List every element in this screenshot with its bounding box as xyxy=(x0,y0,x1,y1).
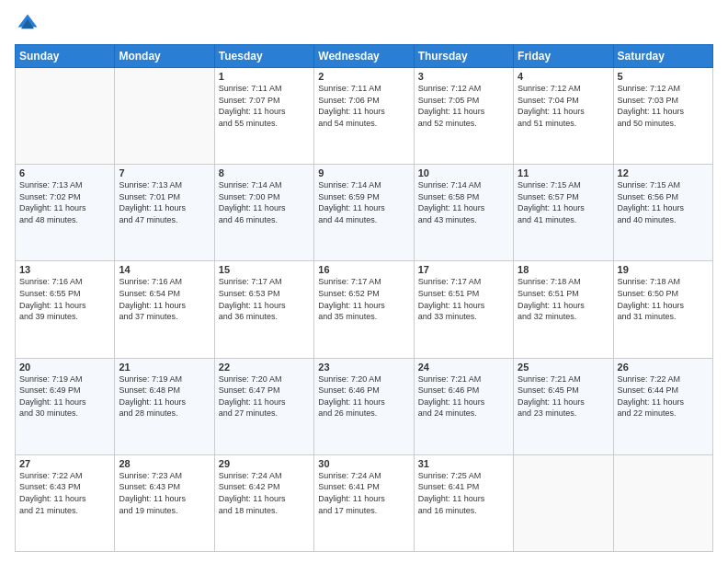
day-number: 9 xyxy=(318,167,409,178)
calendar-cell: 5Sunrise: 7:12 AMSunset: 7:03 PMDaylight… xyxy=(613,68,712,165)
day-number: 12 xyxy=(618,167,709,178)
day-number: 1 xyxy=(219,71,310,82)
calendar-cell: 19Sunrise: 7:18 AMSunset: 6:50 PMDayligh… xyxy=(613,261,712,358)
day-number: 7 xyxy=(119,167,210,178)
day-info: Sunrise: 7:13 AMSunset: 7:01 PMDaylight:… xyxy=(119,179,210,225)
calendar-cell: 28Sunrise: 7:23 AMSunset: 6:43 PMDayligh… xyxy=(115,454,214,551)
day-info: Sunrise: 7:12 AMSunset: 7:05 PMDaylight:… xyxy=(418,83,509,129)
day-number: 31 xyxy=(418,458,509,469)
day-info: Sunrise: 7:21 AMSunset: 6:46 PMDaylight:… xyxy=(418,373,509,419)
calendar-cell: 20Sunrise: 7:19 AMSunset: 6:49 PMDayligh… xyxy=(16,358,115,454)
calendar-cell: 14Sunrise: 7:16 AMSunset: 6:54 PMDayligh… xyxy=(115,261,214,358)
weekday-header-row: SundayMondayTuesdayWednesdayThursdayFrid… xyxy=(16,45,713,68)
day-info: Sunrise: 7:25 AMSunset: 6:41 PMDaylight:… xyxy=(418,470,509,516)
day-info: Sunrise: 7:23 AMSunset: 6:43 PMDaylight:… xyxy=(119,470,210,516)
calendar-cell: 4Sunrise: 7:12 AMSunset: 7:04 PMDaylight… xyxy=(514,68,613,165)
day-number: 29 xyxy=(219,458,310,469)
page: SundayMondayTuesdayWednesdayThursdayFrid… xyxy=(0,0,728,563)
day-number: 4 xyxy=(518,71,609,82)
day-info: Sunrise: 7:17 AMSunset: 6:53 PMDaylight:… xyxy=(219,276,310,322)
calendar-cell xyxy=(16,68,115,165)
day-number: 27 xyxy=(19,458,110,469)
day-info: Sunrise: 7:17 AMSunset: 6:51 PMDaylight:… xyxy=(418,276,509,322)
calendar-cell: 18Sunrise: 7:18 AMSunset: 6:51 PMDayligh… xyxy=(514,261,613,358)
calendar-cell: 22Sunrise: 7:20 AMSunset: 6:47 PMDayligh… xyxy=(214,358,313,454)
calendar-week: 27Sunrise: 7:22 AMSunset: 6:43 PMDayligh… xyxy=(16,454,713,551)
day-number: 23 xyxy=(318,362,409,373)
day-number: 5 xyxy=(618,71,709,82)
day-info: Sunrise: 7:22 AMSunset: 6:43 PMDaylight:… xyxy=(19,470,110,516)
day-info: Sunrise: 7:12 AMSunset: 7:03 PMDaylight:… xyxy=(618,83,709,129)
day-info: Sunrise: 7:18 AMSunset: 6:50 PMDaylight:… xyxy=(618,276,709,322)
day-number: 8 xyxy=(219,167,310,178)
day-info: Sunrise: 7:14 AMSunset: 6:58 PMDaylight:… xyxy=(418,179,509,225)
day-number: 19 xyxy=(618,264,709,275)
calendar-cell: 21Sunrise: 7:19 AMSunset: 6:48 PMDayligh… xyxy=(115,358,214,454)
logo xyxy=(15,11,44,37)
calendar-week: 13Sunrise: 7:16 AMSunset: 6:55 PMDayligh… xyxy=(16,261,713,358)
day-number: 13 xyxy=(19,264,110,275)
day-number: 22 xyxy=(219,362,310,373)
calendar-cell: 30Sunrise: 7:24 AMSunset: 6:41 PMDayligh… xyxy=(314,454,414,551)
day-info: Sunrise: 7:14 AMSunset: 7:00 PMDaylight:… xyxy=(219,179,310,225)
weekday-header: Sunday xyxy=(16,45,115,68)
day-number: 30 xyxy=(318,458,409,469)
calendar-cell: 23Sunrise: 7:20 AMSunset: 6:46 PMDayligh… xyxy=(314,358,414,454)
day-number: 3 xyxy=(418,71,509,82)
calendar-cell: 11Sunrise: 7:15 AMSunset: 6:57 PMDayligh… xyxy=(514,165,613,261)
calendar-cell: 16Sunrise: 7:17 AMSunset: 6:52 PMDayligh… xyxy=(314,261,414,358)
day-info: Sunrise: 7:18 AMSunset: 6:51 PMDaylight:… xyxy=(518,276,609,322)
calendar-cell: 12Sunrise: 7:15 AMSunset: 6:56 PMDayligh… xyxy=(613,165,712,261)
calendar-week: 1Sunrise: 7:11 AMSunset: 7:07 PMDaylight… xyxy=(16,68,713,165)
calendar-cell: 2Sunrise: 7:11 AMSunset: 7:06 PMDaylight… xyxy=(314,68,414,165)
calendar-cell: 10Sunrise: 7:14 AMSunset: 6:58 PMDayligh… xyxy=(414,165,513,261)
calendar-cell: 31Sunrise: 7:25 AMSunset: 6:41 PMDayligh… xyxy=(414,454,513,551)
day-number: 16 xyxy=(318,264,409,275)
calendar-week: 6Sunrise: 7:13 AMSunset: 7:02 PMDaylight… xyxy=(16,165,713,261)
day-info: Sunrise: 7:13 AMSunset: 7:02 PMDaylight:… xyxy=(19,179,110,225)
day-info: Sunrise: 7:22 AMSunset: 6:44 PMDaylight:… xyxy=(618,373,709,419)
calendar-cell: 6Sunrise: 7:13 AMSunset: 7:02 PMDaylight… xyxy=(16,165,115,261)
day-info: Sunrise: 7:24 AMSunset: 6:42 PMDaylight:… xyxy=(219,470,310,516)
weekday-header: Monday xyxy=(115,45,214,68)
calendar-cell: 13Sunrise: 7:16 AMSunset: 6:55 PMDayligh… xyxy=(16,261,115,358)
day-number: 14 xyxy=(119,264,210,275)
day-info: Sunrise: 7:24 AMSunset: 6:41 PMDaylight:… xyxy=(318,470,409,516)
calendar-cell: 3Sunrise: 7:12 AMSunset: 7:05 PMDaylight… xyxy=(414,68,513,165)
calendar-cell xyxy=(115,68,214,165)
weekday-header: Saturday xyxy=(613,45,712,68)
calendar-cell xyxy=(514,454,613,551)
day-info: Sunrise: 7:20 AMSunset: 6:47 PMDaylight:… xyxy=(219,373,310,419)
day-number: 25 xyxy=(518,362,609,373)
day-info: Sunrise: 7:12 AMSunset: 7:04 PMDaylight:… xyxy=(518,83,609,129)
day-info: Sunrise: 7:14 AMSunset: 6:59 PMDaylight:… xyxy=(318,179,409,225)
day-info: Sunrise: 7:11 AMSunset: 7:07 PMDaylight:… xyxy=(219,83,310,129)
day-number: 11 xyxy=(518,167,609,178)
header xyxy=(15,11,713,37)
day-number: 15 xyxy=(219,264,310,275)
weekday-header: Friday xyxy=(514,45,613,68)
calendar: SundayMondayTuesdayWednesdayThursdayFrid… xyxy=(15,44,713,552)
weekday-header: Thursday xyxy=(414,45,513,68)
day-info: Sunrise: 7:11 AMSunset: 7:06 PMDaylight:… xyxy=(318,83,409,129)
calendar-cell: 25Sunrise: 7:21 AMSunset: 6:45 PMDayligh… xyxy=(514,358,613,454)
day-number: 18 xyxy=(518,264,609,275)
day-info: Sunrise: 7:16 AMSunset: 6:55 PMDaylight:… xyxy=(19,276,110,322)
day-number: 26 xyxy=(618,362,709,373)
day-number: 6 xyxy=(19,167,110,178)
day-info: Sunrise: 7:19 AMSunset: 6:48 PMDaylight:… xyxy=(119,373,210,419)
day-info: Sunrise: 7:16 AMSunset: 6:54 PMDaylight:… xyxy=(119,276,210,322)
logo-icon xyxy=(15,11,40,37)
day-number: 20 xyxy=(19,362,110,373)
calendar-cell: 26Sunrise: 7:22 AMSunset: 6:44 PMDayligh… xyxy=(613,358,712,454)
day-info: Sunrise: 7:15 AMSunset: 6:56 PMDaylight:… xyxy=(618,179,709,225)
day-number: 10 xyxy=(418,167,509,178)
day-number: 17 xyxy=(418,264,509,275)
day-info: Sunrise: 7:17 AMSunset: 6:52 PMDaylight:… xyxy=(318,276,409,322)
calendar-cell: 8Sunrise: 7:14 AMSunset: 7:00 PMDaylight… xyxy=(214,165,313,261)
day-number: 28 xyxy=(119,458,210,469)
day-info: Sunrise: 7:20 AMSunset: 6:46 PMDaylight:… xyxy=(318,373,409,419)
calendar-cell: 17Sunrise: 7:17 AMSunset: 6:51 PMDayligh… xyxy=(414,261,513,358)
weekday-header: Tuesday xyxy=(214,45,313,68)
calendar-cell: 24Sunrise: 7:21 AMSunset: 6:46 PMDayligh… xyxy=(414,358,513,454)
